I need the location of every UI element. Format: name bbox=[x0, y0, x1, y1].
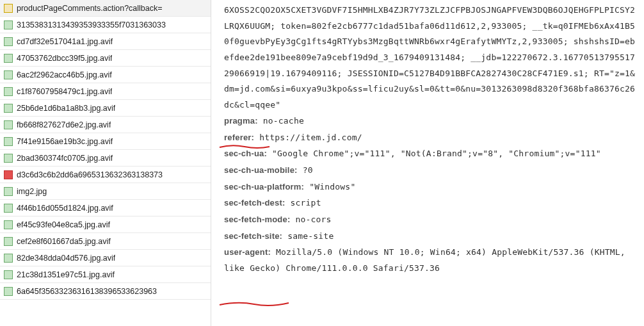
header-sec-ch-ua-mobile-value: ?0 bbox=[303, 165, 313, 175]
file-row[interactable]: ef45c93fe04e8ca5.jpg.avif bbox=[0, 216, 211, 233]
header-sec-ch-ua-platform-value: "Windows" bbox=[309, 182, 355, 192]
image-file-icon bbox=[4, 287, 13, 296]
file-name-label: 6a645f35633236316138396533623963 bbox=[17, 287, 157, 296]
header-sec-fetch-dest-value: script bbox=[291, 198, 321, 208]
image-file-icon bbox=[4, 20, 13, 29]
file-name-label: cd7df32e517041a1.jpg.avif bbox=[17, 37, 113, 46]
file-name-label: 4f46b16d055d1824.jpg.avif bbox=[17, 204, 113, 213]
image-file-icon bbox=[4, 237, 13, 246]
request-headers-panel: 6XOSS2CQO2OX5CXET3VGDVF7I5HMHLXB4ZJR7Y73… bbox=[211, 0, 644, 326]
header-referer-row: referer: https://item.jd.com/ bbox=[224, 130, 636, 146]
script-file-icon bbox=[4, 4, 13, 13]
image-file-icon bbox=[4, 137, 13, 146]
header-referer-key: referer: bbox=[224, 133, 254, 142]
header-sec-fetch-mode-row: sec-fetch-mode: no-cors bbox=[224, 212, 636, 228]
file-name-label: ef45c93fe04e8ca5.jpg.avif bbox=[17, 220, 110, 229]
image-file-icon bbox=[4, 54, 13, 63]
header-sec-fetch-site-value: same-site bbox=[287, 231, 334, 241]
cookie-header-value: 6XOSS2CQO2OX5CXET3VGDVF7I5HMHLXB4ZJR7Y73… bbox=[224, 3, 636, 113]
header-sec-ch-ua-mobile-row: sec-ch-ua-mobile: ?0 bbox=[224, 163, 636, 179]
header-pragma-key: pragma: bbox=[224, 116, 258, 126]
file-name-label: 6ac2f2962acc46b5.jpg.avif bbox=[17, 70, 112, 79]
file-row[interactable]: c1f87607958479c1.jpg.avif bbox=[0, 83, 211, 100]
file-name-label: 7f41e9156ae19b3c.jpg.avif bbox=[17, 137, 113, 146]
file-row[interactable]: cef2e8f601667da5.jpg.avif bbox=[0, 233, 211, 250]
file-name-label: cef2e8f601667da5.jpg.avif bbox=[17, 237, 111, 246]
file-name-label: d3c6d3c6b2dd6a6965313632363138373 bbox=[17, 170, 163, 179]
file-name-label: img2.jpg bbox=[17, 187, 47, 196]
image-file-icon bbox=[4, 120, 13, 129]
header-user-agent-row: user-agent: Mozilla/5.0 (Windows NT 10.0… bbox=[224, 245, 636, 276]
image-file-icon bbox=[4, 204, 13, 213]
file-name-label: productPageComments.action?callback= bbox=[17, 4, 163, 13]
image-file-icon bbox=[4, 104, 13, 113]
file-row[interactable]: 47053762dbcc39f5.jpg.avif bbox=[0, 50, 211, 67]
image-file-icon bbox=[4, 87, 13, 96]
header-sec-ch-ua-row: sec-ch-ua: "Google Chrome";v="111", "Not… bbox=[224, 146, 636, 162]
network-file-list[interactable]: productPageComments.action?callback=3135… bbox=[0, 0, 211, 326]
file-row[interactable]: productPageComments.action?callback= bbox=[0, 0, 211, 17]
file-name-label: 21c38d1351e97c51.jpg.avif bbox=[17, 270, 115, 279]
image-file-icon bbox=[4, 254, 13, 263]
file-row[interactable]: 82de348dda04d576.jpg.avif bbox=[0, 250, 211, 266]
file-row[interactable]: 6ac2f2962acc46b5.jpg.avif bbox=[0, 67, 211, 83]
file-row[interactable]: 25b6de1d6ba1a8b3.jpg.avif bbox=[0, 100, 211, 117]
image-file-icon bbox=[4, 37, 13, 46]
image-file-icon bbox=[4, 270, 13, 279]
header-referer-value: https://item.jd.com/ bbox=[259, 133, 362, 142]
file-row[interactable]: 21c38d1351e97c51.jpg.avif bbox=[0, 266, 211, 283]
header-sec-ch-ua-platform-row: sec-ch-ua-platform: "Windows" bbox=[224, 179, 636, 195]
file-name-label: 31353831313439353933355f7031363033 bbox=[17, 20, 166, 29]
image-file-icon bbox=[4, 220, 13, 229]
file-row[interactable]: cd7df32e517041a1.jpg.avif bbox=[0, 33, 211, 50]
header-sec-ch-ua-mobile-key: sec-ch-ua-mobile: bbox=[224, 165, 298, 175]
header-sec-ch-ua-key: sec-ch-ua: bbox=[224, 149, 267, 158]
header-sec-fetch-dest-row: sec-fetch-dest: script bbox=[224, 195, 636, 211]
file-row[interactable]: 31353831313439353933355f7031363033 bbox=[0, 17, 211, 33]
file-row[interactable]: 6a645f35633236316138396533623963 bbox=[0, 283, 211, 300]
header-user-agent-value: Mozilla/5.0 (Windows NT 10.0; Win64; x64… bbox=[224, 247, 625, 273]
file-row[interactable]: d3c6d3c6b2dd6a6965313632363138373 bbox=[0, 167, 211, 183]
header-sec-fetch-mode-value: no-cors bbox=[295, 215, 331, 224]
file-row[interactable]: 4f46b16d055d1824.jpg.avif bbox=[0, 200, 211, 216]
file-row[interactable]: fb668f827627d6e2.jpg.avif bbox=[0, 117, 211, 133]
header-user-agent-key: user-agent: bbox=[224, 247, 271, 257]
header-sec-ch-ua-platform-key: sec-ch-ua-platform: bbox=[224, 182, 304, 192]
file-name-label: 25b6de1d6ba1a8b3.jpg.avif bbox=[17, 104, 115, 113]
file-name-label: fb668f827627d6e2.jpg.avif bbox=[17, 120, 111, 129]
image-file-icon bbox=[4, 154, 13, 163]
file-row[interactable]: 7f41e9156ae19b3c.jpg.avif bbox=[0, 133, 211, 150]
file-name-label: c1f87607958479c1.jpg.avif bbox=[17, 87, 112, 96]
header-sec-fetch-dest-key: sec-fetch-dest: bbox=[224, 198, 285, 208]
header-sec-fetch-mode-key: sec-fetch-mode: bbox=[224, 215, 290, 224]
image-file-icon bbox=[4, 70, 13, 79]
image-file-icon bbox=[4, 187, 13, 196]
file-row[interactable]: 2bad360374fc0705.jpg.avif bbox=[0, 150, 211, 167]
header-pragma-row: pragma: no-cache bbox=[224, 113, 636, 129]
file-row[interactable]: img2.jpg bbox=[0, 183, 211, 200]
file-name-label: 82de348dda04d576.jpg.avif bbox=[17, 254, 115, 263]
header-sec-fetch-site-row: sec-fetch-site: same-site bbox=[224, 229, 636, 245]
header-sec-fetch-site-key: sec-fetch-site: bbox=[224, 231, 282, 241]
file-name-label: 2bad360374fc0705.jpg.avif bbox=[17, 154, 113, 163]
user-agent-underline-annotation bbox=[219, 302, 289, 306]
header-sec-ch-ua-value: "Google Chrome";v="111", "Not(A:Brand";v… bbox=[272, 149, 601, 158]
error-file-icon bbox=[4, 170, 13, 179]
header-pragma-value: no-cache bbox=[263, 116, 304, 126]
file-name-label: 47053762dbcc39f5.jpg.avif bbox=[17, 54, 112, 63]
